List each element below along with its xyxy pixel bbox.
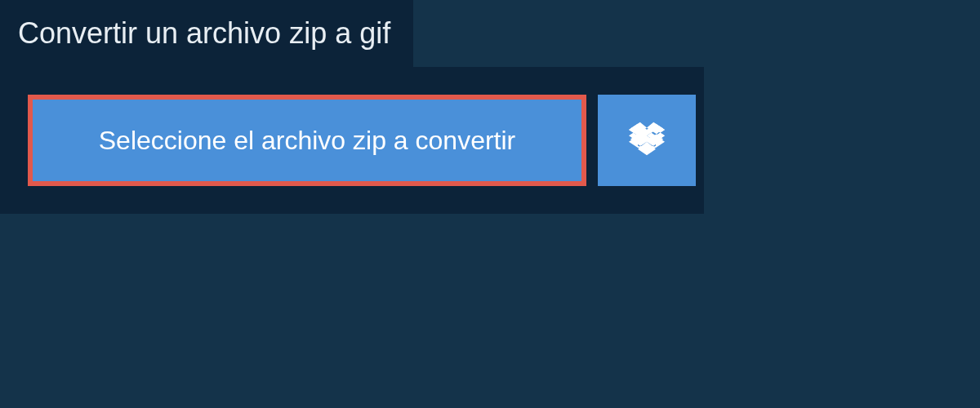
tab-bar: Convertir un archivo zip a gif xyxy=(0,0,413,67)
dropbox-icon xyxy=(629,121,665,160)
tab-title: Convertir un archivo zip a gif xyxy=(18,16,390,50)
upload-panel: Seleccione el archivo zip a convertir xyxy=(0,67,704,214)
select-file-button[interactable]: Seleccione el archivo zip a convertir xyxy=(28,95,586,186)
dropbox-button[interactable] xyxy=(598,95,696,186)
select-file-label: Seleccione el archivo zip a convertir xyxy=(99,126,515,156)
tab-convert-zip-gif[interactable]: Convertir un archivo zip a gif xyxy=(0,0,413,67)
